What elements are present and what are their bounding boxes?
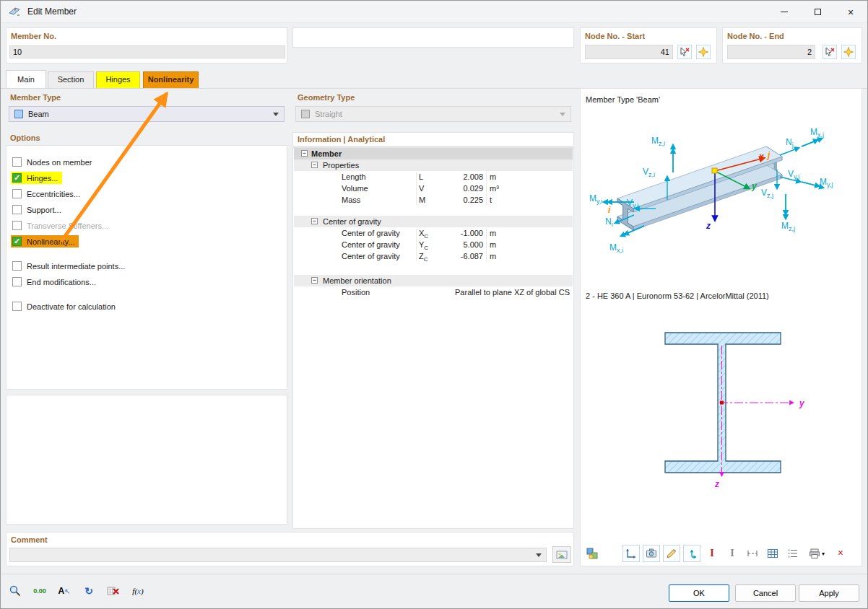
minimize-button[interactable] — [768, 1, 801, 23]
comment-combobox[interactable] — [9, 548, 547, 562]
row-length: Length L 2.008 m — [294, 171, 573, 183]
stress-points-off-icon[interactable]: I — [724, 545, 741, 562]
option-nonlinearity[interactable]: Nonlinearity... — [11, 235, 79, 248]
maximize-button[interactable] — [801, 1, 834, 23]
chevron-down-icon — [273, 113, 279, 116]
option-support[interactable]: Support... — [11, 203, 66, 216]
new-star-icon — [698, 47, 708, 57]
options-panel: Nodes on member Hinges... Eccentricities… — [6, 145, 287, 390]
member-type-icon — [14, 110, 23, 118]
view-axes-icon[interactable] — [622, 545, 640, 562]
dimensions-icon[interactable] — [744, 545, 761, 562]
member-no-input[interactable] — [9, 45, 285, 58]
comment-image-button[interactable] — [552, 546, 571, 563]
checkbox[interactable] — [12, 189, 22, 198]
option-result-intermediate-points[interactable]: Result intermediate points... — [11, 259, 129, 273]
checkbox[interactable] — [12, 237, 22, 246]
refresh-icon[interactable]: ↻ — [79, 582, 98, 600]
new-node-end-button[interactable] — [841, 45, 856, 59]
annotation-icon[interactable]: A↖ — [55, 582, 74, 600]
pick-cursor-icon — [680, 47, 690, 57]
chevron-down-icon[interactable] — [536, 553, 542, 557]
row-volume: Volume V 0.029 m³ — [294, 183, 573, 194]
column-divider — [486, 228, 487, 261]
find-icon[interactable] — [6, 582, 25, 600]
checkbox[interactable] — [12, 261, 22, 271]
collapse-icon[interactable]: − — [311, 277, 318, 284]
app-icon — [9, 6, 20, 17]
title-bar: Edit Member × — [0, 0, 868, 23]
checkbox[interactable] — [12, 173, 22, 183]
section-axis-y-label: y — [799, 398, 805, 408]
row-center-of-gravity-x: Center of gravity XC -1.000 m — [294, 227, 573, 239]
tab-main[interactable]: Main — [6, 70, 46, 88]
empty-field-panel — [292, 27, 574, 48]
force-label-mxj: Mx,j — [810, 128, 824, 140]
table-icon[interactable] — [764, 545, 781, 562]
close-button[interactable]: × — [834, 1, 867, 23]
option-deactivate-for-calculation[interactable]: Deactivate for calculation — [11, 299, 120, 313]
numbering-icon[interactable] — [784, 545, 802, 562]
collapse-icon[interactable]: − — [311, 162, 318, 168]
collapse-icon[interactable]: − — [311, 218, 318, 224]
row-center-of-gravity-y: Center of gravity YC 5.000 m — [294, 239, 573, 250]
chevron-down-icon[interactable]: ▾ — [822, 551, 825, 557]
force-label-vzj: Vz,j — [761, 188, 773, 201]
force-label-vyj: Vy,j — [788, 170, 799, 182]
pick-node-start-button[interactable] — [677, 45, 692, 59]
tab-hinges[interactable]: Hinges — [96, 71, 140, 88]
formula-icon[interactable]: f(x) — [129, 582, 147, 600]
row-position: Position Parallel to plane XZ of global … — [294, 286, 573, 298]
chevron-down-icon — [560, 113, 565, 116]
option-hinges[interactable]: Hinges... — [11, 171, 62, 185]
row-center-of-gravity-header: − Center of gravity — [294, 216, 573, 227]
local-axes-icon[interactable] — [683, 545, 700, 562]
ok-button[interactable]: OK — [669, 584, 729, 602]
checkbox[interactable] — [12, 302, 22, 311]
edit-view-icon[interactable] — [663, 545, 680, 562]
decimal-places-icon[interactable]: 0.00 — [30, 582, 49, 600]
node-start-input[interactable] — [585, 45, 673, 59]
footer-divider — [0, 574, 868, 574]
print-icon[interactable]: ▾ — [804, 545, 829, 562]
force-label-ni: Ni — [605, 217, 613, 229]
column-divider — [416, 228, 417, 261]
collapse-icon[interactable]: − — [301, 150, 308, 157]
force-label-myi: My,i — [589, 194, 602, 206]
pick-cursor-icon — [825, 47, 835, 57]
stress-points-on-icon[interactable]: I — [703, 545, 721, 562]
new-node-start-button[interactable] — [696, 45, 711, 59]
tab-bar: Main Section Hinges Nonlinearity — [6, 70, 862, 88]
member-type-dropd own[interactable]: Beam — [9, 106, 285, 122]
apply-button[interactable]: Apply — [799, 584, 859, 602]
comment-label: Comment — [11, 535, 48, 544]
checkbox[interactable] — [12, 157, 22, 167]
geometry-type-dropdown: Straight — [295, 106, 571, 122]
comment-input[interactable] — [14, 551, 536, 559]
tab-nonlinearity[interactable]: Nonlinearity — [143, 71, 199, 88]
node-end-input[interactable] — [727, 45, 815, 59]
axis-y-label: y — [752, 182, 757, 190]
footer-toolbar: 0.00 A↖ ↻ f(x) — [6, 582, 147, 600]
window-title: Edit Member — [27, 6, 77, 17]
node-j-label: j — [768, 151, 770, 159]
column-divider — [416, 172, 417, 205]
new-star-icon — [843, 47, 854, 57]
section-axis-z-label: z — [714, 479, 719, 489]
checkbox[interactable] — [12, 277, 22, 286]
pick-node-end-button[interactable] — [823, 45, 837, 59]
row-mass: Mass M 0.225 t — [294, 194, 573, 206]
left-empty-panel — [6, 395, 287, 525]
checkbox[interactable] — [12, 205, 22, 214]
render-icon[interactable] — [643, 545, 660, 562]
option-transverse-stiffeners: Transverse Stiffeners... — [11, 219, 113, 232]
reset-view-icon[interactable]: × — [832, 545, 849, 562]
display-settings-icon[interactable] — [583, 545, 601, 562]
option-eccentricities[interactable]: Eccentricities... — [11, 187, 84, 201]
option-nodes-on-member[interactable]: Nodes on member — [11, 155, 97, 169]
info-header-label: Information | Analytical — [298, 135, 385, 144]
option-end-modifications[interactable]: End modifications... — [11, 275, 100, 289]
delete-settings-icon[interactable] — [104, 582, 123, 600]
cancel-button[interactable]: Cancel — [735, 584, 796, 602]
tab-section[interactable]: Section — [48, 71, 94, 88]
